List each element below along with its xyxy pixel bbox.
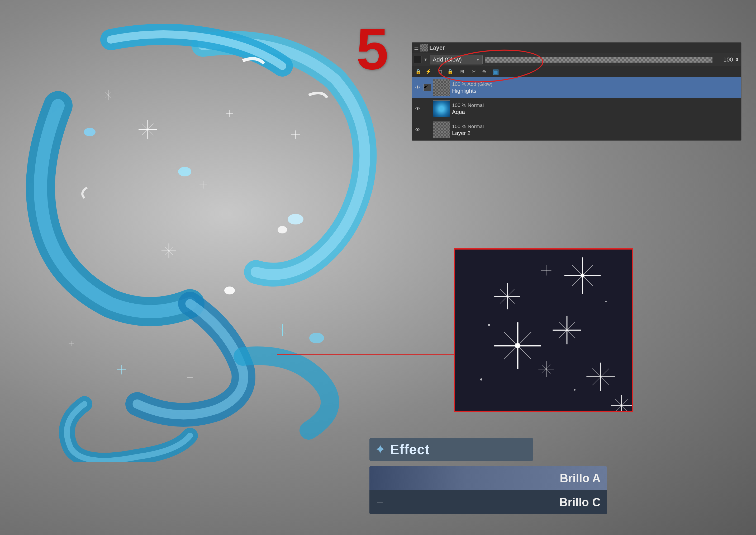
lock-icon-highlights[interactable]: 🖊 [423, 84, 431, 91]
svg-point-1 [278, 226, 287, 234]
opacity-value: 100 [715, 56, 733, 63]
svg-point-65 [574, 389, 576, 391]
layer-thumb-layer2 [433, 122, 450, 138]
layer-info-aqua: 100 % Normal Aqua [452, 102, 739, 115]
eye-icon-highlights[interactable]: 👁 [414, 84, 421, 91]
svg-point-0 [288, 214, 304, 224]
svg-point-5 [309, 333, 324, 343]
svg-rect-34 [455, 249, 632, 410]
layer-blend-highlights: 100 % Add (Glow) [452, 81, 739, 87]
layer-visibility-thumb [420, 44, 428, 51]
svg-point-63 [488, 324, 490, 326]
layer-row-aqua[interactable]: 👁 100 % Normal Aqua [412, 98, 741, 119]
layer-blend-layer2: 100 % Normal [452, 124, 739, 129]
svg-point-48 [515, 343, 520, 348]
tool-transform[interactable]: ⚡ [424, 67, 432, 76]
layer-row-layer2[interactable]: 👁 100 % Normal Layer 2 [412, 119, 741, 140]
brush-sparkle-icon: ✦ [375, 442, 386, 457]
layer-name-layer2: Layer 2 [452, 130, 739, 136]
step-number: 5 [356, 16, 389, 83]
svg-point-3 [84, 128, 95, 136]
svg-point-66 [480, 379, 482, 380]
brush-item-brillo-c[interactable]: Brillo C [369, 490, 607, 514]
opacity-spinner[interactable]: ⬍ [735, 57, 739, 63]
eye-icon-aqua[interactable]: 👁 [414, 105, 421, 112]
brush-item-brillo-a[interactable]: Brillo A [369, 466, 607, 490]
water-splash-canvas [5, 13, 401, 462]
layers-list: 👁 🖊 100 % Add (Glow) Highlights 👁 100 % … [412, 77, 741, 140]
eye-icon-layer2[interactable]: 👁 [414, 126, 421, 134]
connector-line [277, 354, 456, 355]
layer-thumb-highlights [433, 79, 450, 96]
layer-panel-header: ☰ Layer [412, 42, 741, 53]
brush-name-brillo-c: Brillo C [559, 496, 601, 509]
svg-point-39 [580, 273, 585, 278]
svg-point-4 [224, 287, 235, 295]
svg-point-64 [605, 301, 607, 302]
layer-thumb-aqua [433, 100, 450, 117]
layer-name-highlights: Highlights [452, 88, 739, 94]
panel-title: Layer [429, 44, 445, 51]
tool-separator-1 [434, 69, 434, 75]
brush-panel: ✦ Effect [369, 438, 533, 461]
brush-name-brillo-a: Brillo A [560, 472, 601, 485]
layer-info-highlights: 100 % Add (Glow) Highlights [452, 81, 739, 94]
layer-checkbox[interactable] [414, 56, 421, 63]
layer-info-layer2: 100 % Normal Layer 2 [452, 124, 739, 136]
blend-chevron[interactable]: ▼ [423, 57, 428, 62]
layer-blend-aqua: 100 % Normal [452, 102, 739, 108]
panel-menu-icon[interactable]: ☰ [414, 44, 419, 51]
brush-list: Brillo A Brillo C [369, 466, 607, 514]
layer-name-aqua: Aqua [452, 109, 739, 115]
tool-lock[interactable]: 🔒 [414, 67, 422, 76]
svg-point-2 [178, 167, 191, 176]
sparkle-preview-box [454, 248, 633, 412]
effect-label: Effect [390, 441, 430, 457]
